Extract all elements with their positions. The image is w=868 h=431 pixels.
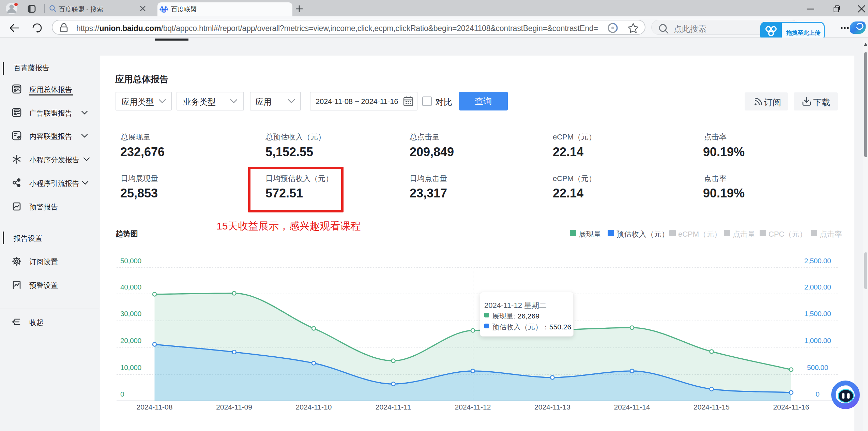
svg-text:du: du <box>162 9 165 12</box>
